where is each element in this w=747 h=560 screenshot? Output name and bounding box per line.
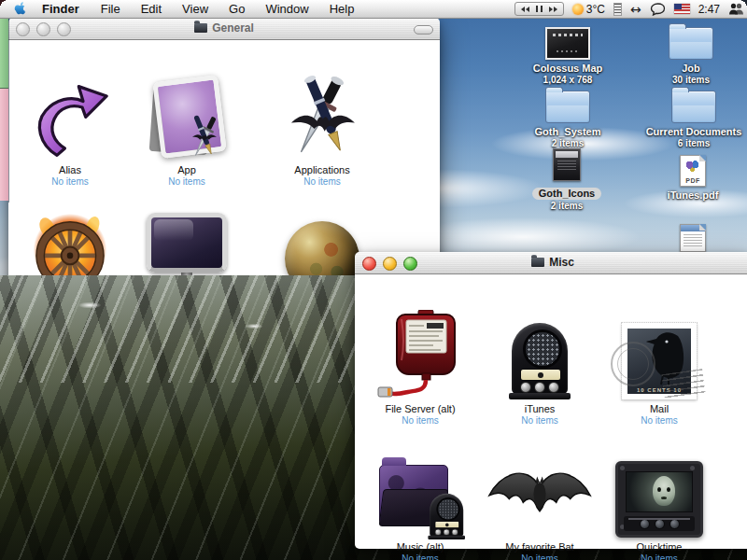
temperature: 3°C (586, 3, 605, 16)
raven-stamp-icon: 10 CENTS 10 (622, 323, 697, 399)
battery-menulet-icon[interactable] (613, 3, 622, 16)
blood-bag-icon (377, 310, 463, 399)
icon-info: 2 items (514, 201, 619, 212)
folder-icon (194, 23, 207, 33)
file-icon-alias[interactable]: Alias No items (12, 75, 128, 188)
desktop-icon-current-documents[interactable]: Current Documents 6 items (641, 90, 746, 149)
radio-display (520, 369, 561, 381)
icon-label: Job (639, 63, 743, 75)
radio-buttons (520, 382, 559, 393)
file-icon-mail[interactable]: 10 CENTS 10 Mail No items (601, 314, 717, 427)
desktop-icon-goth-system[interactable]: Goth_System 2 items (515, 90, 620, 149)
icon-label: Goth_Icons (532, 188, 602, 200)
weather-menulet[interactable]: 3°C (572, 3, 605, 16)
file-status: No items (482, 553, 598, 560)
file-icon-quicktime[interactable]: Quicktime No items (601, 452, 717, 560)
menu-bar: Finder File Edit View Go Window Help 3°C… (0, 0, 747, 19)
screen-corner-left (0, 0, 6, 6)
file-icon-itunes[interactable]: iTunes No items (482, 314, 598, 427)
file-name: Alias (12, 164, 128, 176)
alias-arrow-icon (31, 82, 109, 161)
icon-label: iTunes.pdf (641, 189, 745, 202)
page-fold (699, 155, 706, 161)
screen-corner-right (741, 0, 747, 6)
desktop-icon-text-document[interactable] (641, 218, 745, 255)
purple-music-folder-icon (379, 455, 461, 538)
window-title: General (8, 21, 440, 35)
document-lines (684, 234, 702, 248)
apple-menu[interactable] (14, 2, 27, 17)
dagger-pen-cross-icon (179, 112, 230, 162)
file-icon-music-alt[interactable]: Music (alt) No items (362, 452, 478, 560)
file-name: App (129, 164, 245, 176)
applications-cross-icon (279, 75, 365, 161)
file-icon-applications[interactable]: Applications No items (264, 75, 380, 188)
desktop-icon-goth-icons[interactable]: Goth_Icons 2 items (514, 147, 619, 212)
menu-window[interactable]: Window (255, 2, 318, 16)
fast-forward-icon (549, 7, 557, 12)
file-icon-file-server-alt[interactable]: File Server (alt) No items (362, 314, 478, 427)
menu-go[interactable]: Go (218, 2, 255, 16)
toolbar-pill-button[interactable] (414, 25, 433, 35)
file-icon-my-favorite-bat[interactable]: My favorite Bat No items (482, 452, 598, 560)
bat-icon (487, 466, 592, 524)
menu-extras: 3°C ↔ 2:47 (514, 0, 744, 18)
radio-grille (523, 329, 562, 369)
file-name: My favorite Bat (482, 541, 598, 553)
file-name: Applications (264, 164, 380, 176)
window-misc: Misc (355, 252, 747, 549)
misc-content: File Server (alt) No items iTunes No ite… (355, 274, 747, 549)
text-document-icon (680, 224, 706, 252)
menu-help[interactable]: Help (319, 2, 365, 16)
page-fold (699, 224, 706, 231)
folder-icon (669, 27, 713, 60)
desktop-icon-colossus-map[interactable]: Colossus Map 1,024 x 768 (515, 26, 620, 86)
background-window-green-area (0, 19, 8, 89)
gothic-radio-icon (509, 323, 571, 399)
menu-clock[interactable]: 2:47 (698, 3, 720, 16)
file-name: Mail (601, 403, 717, 415)
desktop-icon-job[interactable]: Job 30 items (639, 26, 743, 86)
icon-info: 1,024 x 768 (515, 75, 620, 86)
menu-view[interactable]: View (172, 2, 218, 16)
player-controls (624, 516, 695, 531)
file-icon-app[interactable]: App No items (129, 75, 245, 188)
tv-screen (626, 471, 693, 512)
pdf-artwork (685, 161, 699, 172)
menu-edit[interactable]: Edit (131, 2, 172, 16)
apple-logo-icon (14, 2, 27, 17)
folder-icon (671, 91, 716, 123)
rewind-icon (521, 7, 529, 12)
file-name: iTunes (482, 403, 598, 415)
misc-titlebar[interactable]: Misc (355, 252, 747, 274)
folder-icon (545, 91, 590, 123)
file-status: No items (362, 553, 478, 560)
file-status: No items (601, 553, 717, 560)
resize-arrows-icon[interactable]: ↔ (630, 2, 641, 17)
media-controls-menulet[interactable] (514, 2, 564, 16)
ichat-bubble-icon[interactable] (650, 3, 666, 16)
ghost-face (653, 476, 675, 506)
icon-label: Current Documents (641, 126, 746, 138)
monitor-screen (147, 213, 227, 273)
general-titlebar[interactable]: General (8, 18, 440, 40)
file-status: No items (362, 415, 478, 427)
radio-base (509, 393, 571, 399)
file-status: No items (482, 415, 598, 427)
postmark-circle (611, 342, 655, 386)
file-status: No items (601, 415, 717, 427)
file-name: Quicktime (601, 541, 717, 553)
menu-finder[interactable]: Finder (31, 2, 91, 16)
desktop-icon-itunes-pdf[interactable]: PDF iTunes.pdf (641, 153, 745, 202)
pdf-document-icon: PDF (680, 155, 706, 187)
icon-label: Colossus Map (515, 63, 620, 75)
pdf-badge: PDF (681, 177, 705, 184)
background-window-pink-area (0, 89, 8, 201)
menu-file[interactable]: File (91, 2, 131, 16)
file-status: No items (264, 176, 380, 188)
icon-info: 30 items (639, 75, 743, 86)
background-window-edge[interactable] (0, 18, 9, 203)
icon-label: Goth_System (515, 126, 620, 138)
sun-icon (572, 4, 584, 15)
us-flag-input-menu-icon[interactable] (674, 4, 690, 14)
